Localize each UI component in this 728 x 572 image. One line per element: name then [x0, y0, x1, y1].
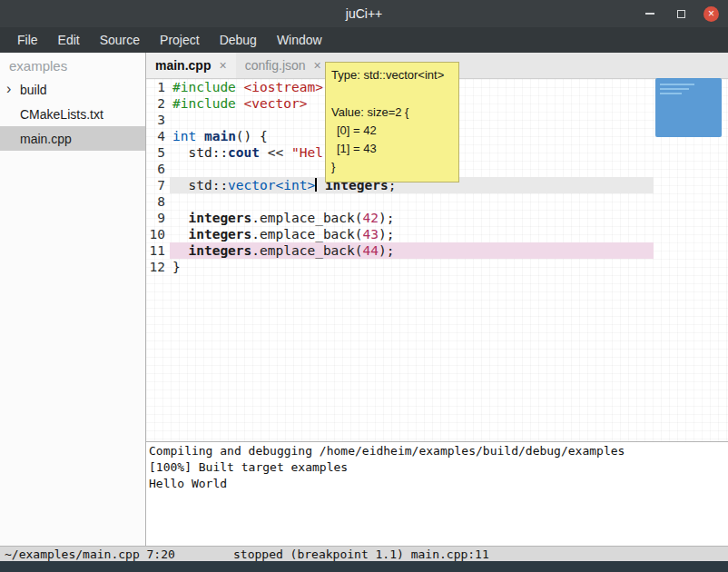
line-number[interactable]: 3 — [146, 112, 170, 128]
overview-line — [660, 88, 689, 90]
restore-icon — [677, 10, 685, 18]
line-number[interactable]: 1 — [146, 79, 170, 95]
terminal-line: [100%] Built target examples — [149, 459, 728, 476]
code-token: .emplace_back( — [251, 243, 362, 258]
code-token — [172, 227, 188, 242]
menu-bar: FileEditSourceProjectDebugWindow — [0, 27, 728, 53]
code-token: 43 — [363, 227, 379, 242]
code-token: integers — [188, 227, 251, 242]
code-token: <iostream> — [244, 80, 323, 94]
tooltip-value-line: } — [331, 158, 453, 176]
line-number[interactable]: 9 — [146, 210, 170, 226]
code-line-content[interactable]: integers.emplace_back(42); — [170, 210, 654, 226]
code-token: 44 — [363, 243, 379, 258]
tab-close-icon[interactable]: × — [314, 58, 321, 73]
code-token: () { — [236, 129, 268, 143]
code-line-content[interactable]: integers.emplace_back(44); — [170, 242, 654, 259]
sidebar-item-label: build — [20, 83, 47, 97]
line-number[interactable]: 11 — [146, 242, 170, 259]
code-line: 12} — [146, 259, 728, 275]
code-line: 11 integers.emplace_back(44); — [146, 242, 728, 259]
tooltip-value-line: [0] = 42 — [331, 122, 453, 140]
sidebar: examples ›buildCMakeLists.txtmain.cpp — [0, 53, 145, 546]
line-number[interactable]: 12 — [146, 259, 170, 275]
code-token: integers — [188, 211, 251, 225]
menu-item-window[interactable]: Window — [267, 27, 332, 53]
line-number[interactable]: 6 — [146, 161, 170, 177]
code-token: std:: — [172, 145, 228, 160]
tab-label: main.cpp — [155, 58, 211, 73]
line-number[interactable]: 4 — [146, 128, 170, 144]
line-number[interactable]: 10 — [146, 226, 170, 242]
chevron-right-icon[interactable]: › — [6, 81, 11, 97]
code-line: 9 integers.emplace_back(42); — [146, 210, 728, 226]
debug-value-tooltip: Type: std::vector<int> Value: size=2 {[0… — [325, 62, 459, 182]
close-icon: × — [708, 8, 714, 19]
menu-item-edit[interactable]: Edit — [48, 27, 90, 53]
sidebar-item-cmakelists-txt[interactable]: CMakeLists.txt — [0, 102, 145, 126]
code-line: 10 integers.emplace_back(43); — [146, 226, 728, 242]
code-token: int — [172, 129, 196, 143]
line-number[interactable]: 2 — [146, 95, 170, 112]
close-button[interactable]: × — [703, 6, 719, 22]
line-number[interactable]: 7 — [146, 177, 170, 193]
code-token: #include — [172, 80, 236, 94]
code-token — [196, 129, 204, 143]
app-window: juCi++ × FileEditSourceProjectDebugWindo… — [0, 0, 728, 572]
overview-line — [660, 93, 682, 94]
terminal-output: Compiling and debugging /home/eidheim/ex… — [149, 443, 728, 492]
tab-main-cpp[interactable]: main.cpp× — [146, 53, 236, 78]
code-token: vector<int> — [228, 178, 315, 192]
sidebar-item-label: CMakeLists.txt — [20, 107, 103, 122]
menu-item-source[interactable]: Source — [90, 27, 150, 53]
tab-close-icon[interactable]: × — [219, 58, 226, 73]
scroll-overview-thumb[interactable] — [655, 78, 722, 137]
code-token — [236, 80, 244, 94]
terminal-panel[interactable]: Compiling and debugging /home/eidheim/ex… — [146, 441, 728, 546]
code-token: 42 — [363, 211, 379, 225]
sidebar-item-main-cpp[interactable]: main.cpp — [0, 126, 145, 151]
tab-config-json[interactable]: config.json× — [236, 53, 330, 78]
bottom-panel — [0, 561, 728, 572]
window-title: juCi++ — [346, 6, 382, 21]
code-token: integers — [188, 243, 251, 258]
code-token — [172, 243, 188, 258]
sidebar-item-build[interactable]: ›build — [0, 77, 145, 102]
menu-item-project[interactable]: Project — [150, 27, 210, 53]
tooltip-value-line: [1] = 43 — [331, 140, 453, 158]
tab-label: config.json — [245, 58, 306, 73]
tooltip-value: Value: size=2 {[0] = 42[1] = 43} — [331, 104, 453, 176]
terminal-line: Hello World — [149, 476, 728, 492]
code-token: << — [260, 145, 291, 160]
code-token — [172, 211, 188, 225]
code-token: ); — [379, 227, 394, 242]
tooltip-type-text: Type: std::vector<int> — [331, 67, 453, 83]
menu-item-file[interactable]: File — [7, 27, 48, 53]
code-token: <vector> — [244, 96, 308, 111]
code-line-content[interactable] — [170, 193, 654, 210]
file-tree: ›buildCMakeLists.txtmain.cpp — [0, 77, 145, 151]
title-bar: juCi++ × — [0, 0, 728, 27]
minimize-icon — [645, 13, 654, 15]
code-token: ); — [379, 211, 394, 225]
restore-button[interactable] — [673, 5, 689, 22]
code-token: .emplace_back( — [251, 227, 362, 242]
menu-item-debug[interactable]: Debug — [210, 27, 267, 53]
code-token: std:: — [172, 178, 228, 192]
status-file-position: ~/examples/main.cpp 7:20 — [5, 547, 175, 561]
code-token: cout — [228, 145, 260, 160]
line-number[interactable]: 8 — [146, 193, 170, 210]
sidebar-item-label: main.cpp — [20, 132, 72, 146]
terminal-line: Compiling and debugging /home/eidheim/ex… — [149, 443, 728, 459]
project-name: examples — [0, 53, 145, 77]
code-token: .emplace_back( — [251, 211, 362, 225]
minimize-button[interactable] — [642, 5, 658, 22]
tooltip-value-line: Value: size=2 { — [331, 104, 453, 122]
code-token — [317, 178, 325, 192]
line-number[interactable]: 5 — [146, 144, 170, 161]
code-token: } — [172, 260, 181, 274]
code-line-content[interactable]: } — [170, 259, 654, 275]
overview-line — [660, 84, 694, 85]
code-line-content[interactable]: integers.emplace_back(43); — [170, 226, 654, 242]
code-token: main — [204, 129, 236, 143]
